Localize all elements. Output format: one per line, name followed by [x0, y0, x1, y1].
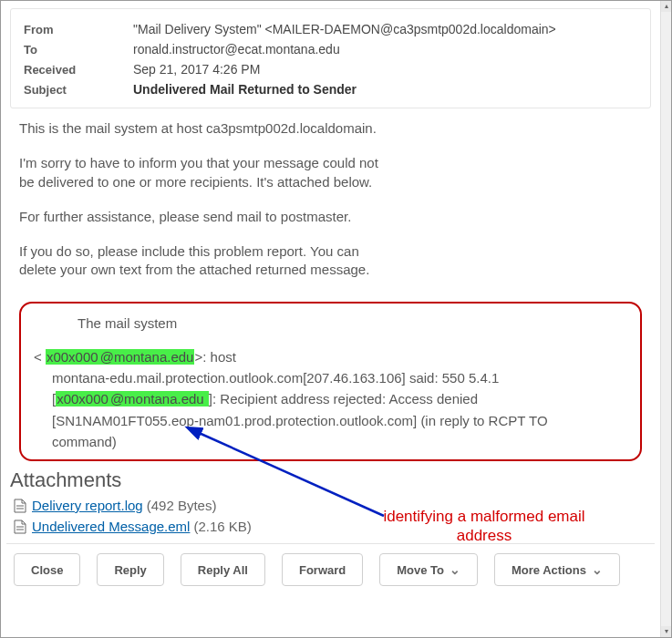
vertical-scrollbar[interactable]: ▴ ▾	[660, 1, 671, 637]
callout-line: montana-edu.mail.protection.outlook.com[…	[52, 367, 627, 388]
file-icon	[14, 520, 26, 534]
attachment-link[interactable]: Undelivered Message.eml	[32, 519, 190, 534]
text: >: host	[194, 349, 235, 365]
chevron-down-icon: ⌄	[450, 562, 460, 577]
reply-button[interactable]: Reply	[97, 553, 163, 586]
from-label: From	[24, 23, 133, 36]
body-paragraph: I'm sorry to have to inform you that you…	[19, 154, 642, 191]
highlighted-address: x00x000	[46, 349, 99, 365]
body-line: I'm sorry to have to inform you that you…	[19, 155, 378, 170]
highlighted-address: x00x000	[56, 391, 109, 406]
received-value: Sep 21, 2017 4:26 PM	[133, 62, 260, 77]
scroll-up-icon[interactable]: ▴	[661, 1, 671, 12]
callout-heading: The mail system	[78, 313, 627, 334]
callout-line: [SN1NAM01FT055.eop-nam01.prod.protection…	[52, 410, 627, 431]
highlighted-address: @montana.edu	[99, 349, 195, 365]
reply-all-button[interactable]: Reply All	[181, 553, 265, 586]
body-line: delete your own text from the attached r…	[19, 262, 369, 277]
button-label: Move To	[397, 563, 444, 577]
callout-line: [x00x000@montana.edu ]: Recipient addres…	[52, 388, 627, 409]
file-icon	[14, 499, 26, 513]
attachment-row: Delivery report.log (492 Bytes)	[14, 498, 647, 513]
forward-button[interactable]: Forward	[282, 553, 363, 586]
more-actions-button[interactable]: More Actions ⌄	[494, 553, 620, 586]
body-line: be delivered to one or more recipients. …	[19, 174, 372, 190]
from-value: "Mail Delivery System" <MAILER-DAEMON@ca…	[133, 22, 556, 36]
attachment-row: Undelivered Message.eml (2.16 KB)	[14, 519, 647, 534]
to-value: ronald.instructor@ecat.montana.edu	[133, 42, 340, 57]
body-paragraph: If you do so, please include this proble…	[19, 242, 642, 280]
scroll-content: From "Mail Delivery System" <MAILER-DAEM…	[1, 1, 660, 637]
callout-line: < x00x000@montana.edu>: host	[34, 346, 627, 367]
attachment-link[interactable]: Delivery report.log	[32, 498, 143, 513]
body-paragraph: This is the mail system at host ca3psmtp…	[19, 119, 642, 138]
email-body: This is the mail system at host ca3psmtp…	[6, 116, 655, 300]
text: ]: Recipient address rejected: Access de…	[209, 391, 478, 406]
subject-value: Undelivered Mail Returned to Sender	[133, 82, 357, 97]
close-button[interactable]: Close	[14, 553, 80, 586]
callout-line: command)	[52, 431, 627, 452]
chevron-down-icon: ⌄	[592, 562, 603, 577]
body-line: If you do so, please include this proble…	[19, 243, 359, 259]
text: <	[34, 349, 42, 365]
attachment-size: (492 Bytes)	[147, 498, 217, 513]
scroll-down-icon[interactable]: ▾	[661, 626, 671, 637]
body-paragraph: For further assistance, please send mail…	[19, 208, 642, 226]
subject-label: Subject	[24, 83, 133, 97]
attachments-heading: Attachments	[10, 468, 651, 492]
attachment-size: (2.16 KB)	[193, 519, 251, 534]
highlighted-address: @montana.edu	[109, 391, 209, 406]
email-headers: From "Mail Delivery System" <MAILER-DAEM…	[10, 8, 651, 108]
button-label: More Actions	[512, 563, 586, 577]
received-label: Received	[24, 63, 133, 77]
error-callout: The mail system < x00x000@montana.edu>: …	[19, 302, 642, 462]
to-label: To	[24, 43, 133, 57]
email-view-window: From "Mail Delivery System" <MAILER-DAEM…	[0, 0, 672, 638]
move-to-button[interactable]: Move To ⌄	[379, 553, 478, 586]
action-bar: Close Reply Reply All Forward Move To ⌄ …	[6, 543, 655, 599]
